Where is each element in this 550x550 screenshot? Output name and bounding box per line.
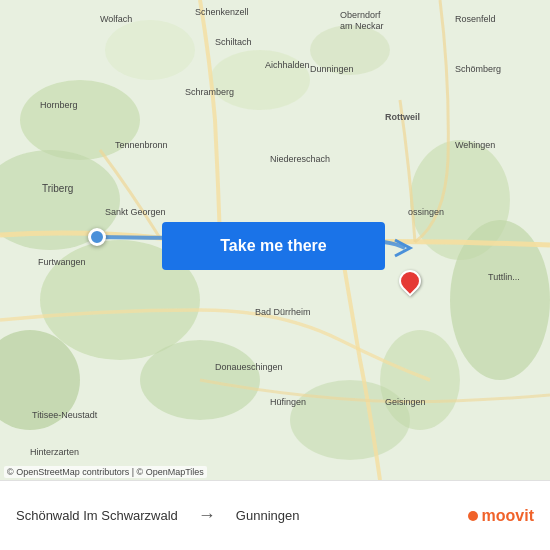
svg-text:Rottweil: Rottweil [385, 112, 420, 122]
destination-marker [398, 270, 422, 300]
origin-marker [88, 228, 106, 246]
svg-text:Tuttlin...: Tuttlin... [488, 272, 520, 282]
moovit-text: moovit [482, 507, 534, 525]
svg-text:Hornberg: Hornberg [40, 100, 78, 110]
svg-text:Schenkenzell: Schenkenzell [195, 7, 249, 17]
svg-text:Titisee-Neustadt: Titisee-Neustadt [32, 410, 98, 420]
moovit-logo: moovit [468, 507, 534, 525]
svg-text:Aichhalden: Aichhalden [265, 60, 310, 70]
svg-text:Furtwangen: Furtwangen [38, 257, 86, 267]
svg-text:Hinterzarten: Hinterzarten [30, 447, 79, 457]
svg-text:Bad Dürrheim: Bad Dürrheim [255, 307, 311, 317]
map-container: Wolfach Schenkenzell Schiltach Oberndorf… [0, 0, 550, 480]
take-me-there-button[interactable]: Take me there [162, 222, 385, 270]
svg-text:Geisingen: Geisingen [385, 397, 426, 407]
svg-text:Wolfach: Wolfach [100, 14, 132, 24]
svg-text:ossingen: ossingen [408, 207, 444, 217]
map-attribution: © OpenStreetMap contributors | © OpenMap… [4, 466, 207, 478]
svg-text:Tennenbronn: Tennenbronn [115, 140, 168, 150]
svg-text:Triberg: Triberg [42, 183, 73, 194]
svg-text:Schömberg: Schömberg [455, 64, 501, 74]
moovit-dot [468, 511, 478, 521]
svg-text:Wehingen: Wehingen [455, 140, 495, 150]
destination-label: Gunningen [236, 508, 300, 523]
svg-text:Schramberg: Schramberg [185, 87, 234, 97]
svg-point-10 [210, 50, 310, 110]
svg-text:Donaueschingen: Donaueschingen [215, 362, 283, 372]
svg-text:Niedereschach: Niedereschach [270, 154, 330, 164]
svg-text:Oberndorf: Oberndorf [340, 10, 381, 20]
svg-text:am Neckar: am Neckar [340, 21, 384, 31]
footer: Schönwald Im Schwarzwald → Gunningen moo… [0, 480, 550, 550]
svg-text:Rosenfeld: Rosenfeld [455, 14, 496, 24]
svg-point-9 [290, 380, 410, 460]
svg-text:Dunningen: Dunningen [310, 64, 354, 74]
svg-text:Hüfingen: Hüfingen [270, 397, 306, 407]
svg-text:Sankt Georgen: Sankt Georgen [105, 207, 166, 217]
svg-text:Schiltach: Schiltach [215, 37, 252, 47]
origin-label: Schönwald Im Schwarzwald [16, 508, 178, 523]
svg-point-12 [105, 20, 195, 80]
route-arrow: → [198, 505, 216, 526]
route-info: Schönwald Im Schwarzwald → Gunningen [16, 505, 299, 526]
